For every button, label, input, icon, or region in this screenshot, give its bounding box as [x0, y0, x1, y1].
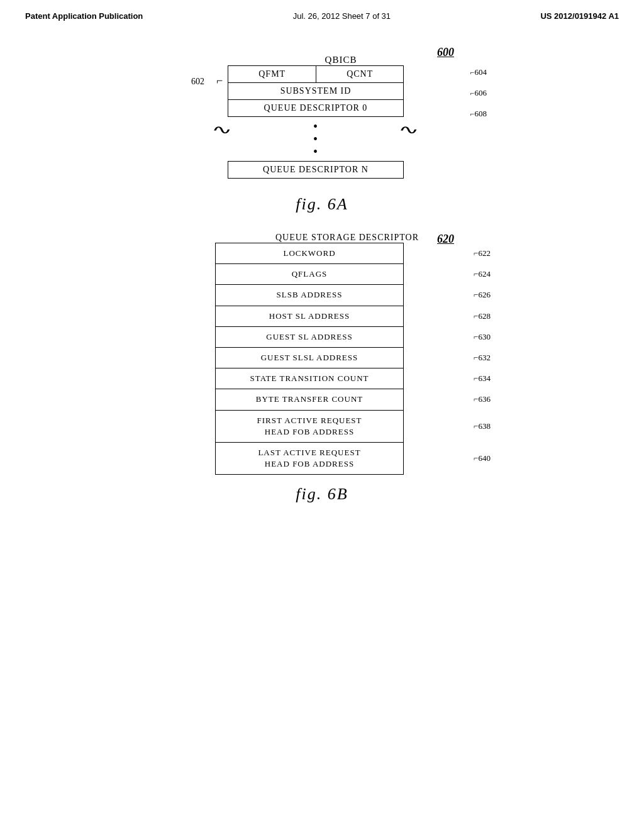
ref-640: ⌐640: [474, 453, 491, 463]
table-row: QUEUE DESCRIPTOR 0: [228, 100, 404, 117]
table-row: LOCKWORD: [216, 243, 404, 264]
fig6b-title: QUEUE STORAGE DESCRIPTOR: [240, 233, 454, 243]
arrow-604: ⌐: [470, 68, 475, 77]
ref-600: 600: [437, 46, 454, 59]
ref-606: ⌐606: [470, 88, 487, 98]
arrow-608: ⌐: [470, 109, 475, 118]
bracket-602: ⌐: [216, 74, 223, 87]
cell-636: BYTE TRANSFER COUNT: [216, 389, 404, 410]
ref-634: ⌐634: [474, 374, 491, 384]
squiggle-right-icon: ∿: [398, 122, 421, 137]
ref-630: ⌐630: [474, 332, 491, 342]
cell-628: HOST SL ADDRESS: [216, 306, 404, 326]
ref-624: ⌐624: [474, 269, 491, 279]
table-row-squiggle: ••• ∿ ∿: [228, 117, 404, 162]
diagram-section: 600 QBICB 602 ⌐ QFMT QCNT SUBSYSTEM ID: [0, 46, 644, 523]
ref-622: ⌐622: [474, 248, 491, 258]
arrow-606: ⌐: [470, 89, 475, 97]
page-header: Patent Application Publication Jul. 26, …: [0, 0, 644, 27]
fig6b-caption: fig. 6B: [296, 485, 348, 504]
ref-608: ⌐608: [470, 109, 487, 119]
table-row: FIRST ACTIVE REQUEST HEAD FOB ADDRESS: [216, 410, 404, 442]
cell-634: STATE TRANSITION COUNT: [216, 368, 404, 389]
table-row: BYTE TRANSFER COUNT: [216, 389, 404, 410]
cell-632: GUEST SLSL ADDRESS: [216, 347, 404, 368]
ref-626: ⌐626: [474, 290, 491, 300]
squiggle-cell: ••• ∿ ∿: [228, 117, 404, 162]
table-row: SLSB ADDRESS: [216, 285, 404, 306]
table-row: QUEUE DESCRIPTOR N: [228, 162, 404, 179]
ref-638: ⌐638: [474, 421, 491, 431]
ref-602: 602: [191, 77, 204, 87]
table-row: QFLAGS: [216, 264, 404, 285]
cell-queue-desc-n: QUEUE DESCRIPTOR N: [228, 162, 404, 179]
pub-date: Jul. 26, 2012 Sheet 7 of 31: [143, 11, 540, 21]
fig6b-table-wrapper: QUEUE STORAGE DESCRIPTOR LOCKWORDQFLAGSS…: [215, 233, 454, 475]
fig6a-table-wrapper: QBICB 602 ⌐ QFMT QCNT SUBSYSTEM ID: [228, 55, 454, 179]
table-row: LAST ACTIVE REQUEST HEAD FOB ADDRESS: [216, 442, 404, 474]
fig6a-caption: fig. 6A: [296, 195, 348, 214]
dots-icon: •••: [313, 120, 318, 158]
ref-632: ⌐632: [474, 353, 491, 363]
squiggle-left-icon: ∿: [211, 122, 234, 137]
cell-640: LAST ACTIVE REQUEST HEAD FOB ADDRESS: [216, 442, 404, 474]
fig6a-container: 600 QBICB 602 ⌐ QFMT QCNT SUBSYSTEM ID: [190, 46, 454, 179]
table-row: GUEST SLSL ADDRESS: [216, 347, 404, 368]
fig6b-container: 620 QUEUE STORAGE DESCRIPTOR LOCKWORDQFL…: [190, 233, 454, 475]
table-row: HOST SL ADDRESS: [216, 306, 404, 326]
cell-638: FIRST ACTIVE REQUEST HEAD FOB ADDRESS: [216, 410, 404, 442]
pub-number: US 2012/0191942 A1: [540, 11, 619, 21]
table-row: QFMT QCNT: [228, 66, 404, 83]
ref-628: ⌐628: [474, 311, 491, 321]
fig6b-table: LOCKWORDQFLAGSSLSB ADDRESSHOST SL ADDRES…: [215, 243, 404, 475]
fig6a-qbicb-title: QBICB: [228, 55, 454, 65]
cell-qcnt: QCNT: [316, 66, 404, 83]
cell-qfmt: QFMT: [228, 66, 316, 83]
ref-604: ⌐604: [470, 67, 487, 77]
cell-622: LOCKWORD: [216, 243, 404, 264]
cell-630: GUEST SL ADDRESS: [216, 326, 404, 347]
table-row: SUBSYSTEM ID: [228, 83, 404, 100]
cell-subsystem-id: SUBSYSTEM ID: [228, 83, 404, 100]
cell-626: SLSB ADDRESS: [216, 285, 404, 306]
cell-624: QFLAGS: [216, 264, 404, 285]
fig6a-table: QFMT QCNT SUBSYSTEM ID QUEUE DESCRIPTOR …: [228, 65, 404, 179]
ref-636: ⌐636: [474, 394, 491, 404]
table-row: STATE TRANSITION COUNT: [216, 368, 404, 389]
pub-title: Patent Application Publication: [25, 11, 143, 21]
table-row: GUEST SL ADDRESS: [216, 326, 404, 347]
cell-queue-desc-0: QUEUE DESCRIPTOR 0: [228, 100, 404, 117]
